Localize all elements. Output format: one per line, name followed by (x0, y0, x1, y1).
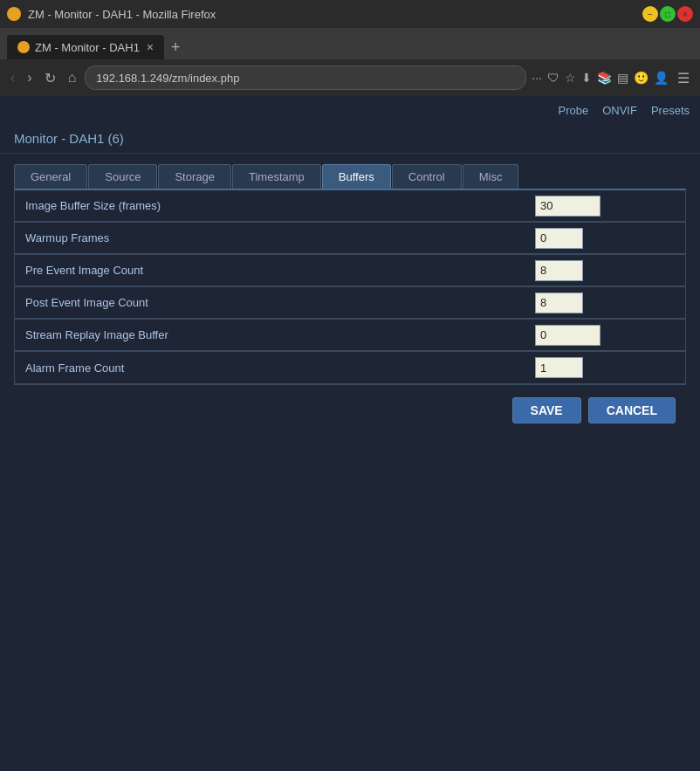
tab-timestamp[interactable]: Timestamp (232, 164, 321, 189)
emoji-icon[interactable]: 🙂 (634, 71, 649, 85)
warmup-frames-label: Warmup Frames (15, 226, 528, 250)
cancel-button[interactable]: CANCEL (588, 397, 676, 423)
tab-close-button[interactable]: × (147, 40, 154, 54)
post-event-image-count-control (528, 289, 685, 317)
browser-tab-active[interactable]: ZM - Monitor - DAH1 × (7, 35, 164, 59)
more-button[interactable]: ··· (532, 71, 542, 85)
tab-source[interactable]: Source (88, 164, 157, 189)
close-button[interactable]: × (677, 6, 693, 22)
form-table: Image Buffer Size (frames) Warmup Frames… (14, 189, 686, 384)
bookmark-icon[interactable]: ☆ (565, 71, 576, 85)
tab-favicon (17, 41, 30, 53)
monitor-header: Monitor - DAH1 (6) (0, 124, 700, 154)
onvif-link[interactable]: ONVIF (602, 104, 637, 117)
table-row: Image Buffer Size (frames) (15, 190, 685, 222)
browser-tab-label: ZM - Monitor - DAH1 (35, 41, 140, 54)
form-area: General Source Storage Timestamp Buffers… (0, 154, 700, 446)
title-bar: ZM - Monitor - DAH1 - Mozilla Firefox − … (0, 0, 700, 28)
pre-event-image-count-label: Pre Event Image Count (15, 258, 528, 282)
tab-misc[interactable]: Misc (463, 164, 519, 189)
probe-link[interactable]: Probe (558, 104, 588, 117)
monitor-title[interactable]: Monitor - DAH1 (6) (14, 131, 124, 146)
alarm-frame-count-label: Alarm Frame Count (15, 356, 528, 380)
warmup-frames-control (528, 224, 685, 252)
table-row: Stream Replay Image Buffer (15, 320, 685, 351)
forward-button[interactable]: › (24, 68, 35, 87)
account-icon[interactable]: 👤 (654, 71, 669, 85)
presets-link[interactable]: Presets (651, 104, 690, 117)
stream-replay-image-buffer-label: Stream Replay Image Buffer (15, 323, 528, 347)
tab-general[interactable]: General (14, 164, 87, 189)
pre-event-image-count-input[interactable] (535, 260, 583, 281)
stream-replay-image-buffer-input[interactable] (535, 325, 600, 346)
tab-buffers[interactable]: Buffers (322, 164, 391, 189)
table-row: Pre Event Image Count (15, 255, 685, 286)
stream-replay-image-buffer-control (528, 321, 685, 349)
address-bar: ‹ › ↻ ⌂ 192.168.1.249/zm/index.php ··· 🛡… (0, 59, 700, 96)
pre-event-image-count-control (528, 257, 685, 285)
alarm-frame-count-control (528, 354, 685, 382)
table-row: Post Event Image Count (15, 287, 685, 319)
page-content: Probe ONVIF Presets Monitor - DAH1 (6) G… (0, 96, 700, 771)
sidebar-icon[interactable]: ▤ (617, 71, 628, 85)
tab-control[interactable]: Control (392, 164, 462, 189)
window-controls: − □ × (642, 6, 693, 22)
window-title: ZM - Monitor - DAH1 - Mozilla Firefox (28, 8, 216, 21)
post-event-image-count-input[interactable] (535, 293, 583, 313)
back-button[interactable]: ‹ (7, 68, 18, 87)
home-button[interactable]: ⌂ (65, 68, 80, 87)
tab-storage[interactable]: Storage (158, 164, 231, 189)
browser-tab-bar: ZM - Monitor - DAH1 × + (0, 28, 700, 59)
save-button[interactable]: SAVE (512, 397, 581, 423)
download-icon[interactable]: ⬇ (581, 71, 592, 85)
top-links-bar: Probe ONVIF Presets (0, 96, 700, 124)
browser-icon (7, 7, 21, 21)
bookmarks-icon[interactable]: 📚 (597, 71, 612, 85)
address-input[interactable]: 192.168.1.249/zm/index.php (85, 65, 526, 90)
image-buffer-size-control (528, 192, 685, 220)
alarm-frame-count-input[interactable] (535, 357, 583, 378)
warmup-frames-input[interactable] (535, 228, 583, 249)
post-event-image-count-label: Post Event Image Count (15, 291, 528, 314)
table-row: Warmup Frames (15, 223, 685, 254)
image-buffer-size-input[interactable] (535, 196, 600, 217)
shield-icon[interactable]: 🛡 (547, 71, 559, 85)
new-tab-button[interactable]: + (166, 35, 186, 59)
image-buffer-size-label: Image Buffer Size (frames) (15, 194, 528, 217)
tabs-container: General Source Storage Timestamp Buffers… (14, 164, 686, 189)
maximize-button[interactable]: □ (660, 6, 676, 22)
minimize-button[interactable]: − (642, 6, 658, 22)
button-row: SAVE CANCEL (14, 384, 686, 436)
table-row: Alarm Frame Count (15, 352, 685, 383)
reload-button[interactable]: ↻ (41, 68, 59, 88)
browser-menu-button[interactable]: ☰ (674, 68, 693, 88)
